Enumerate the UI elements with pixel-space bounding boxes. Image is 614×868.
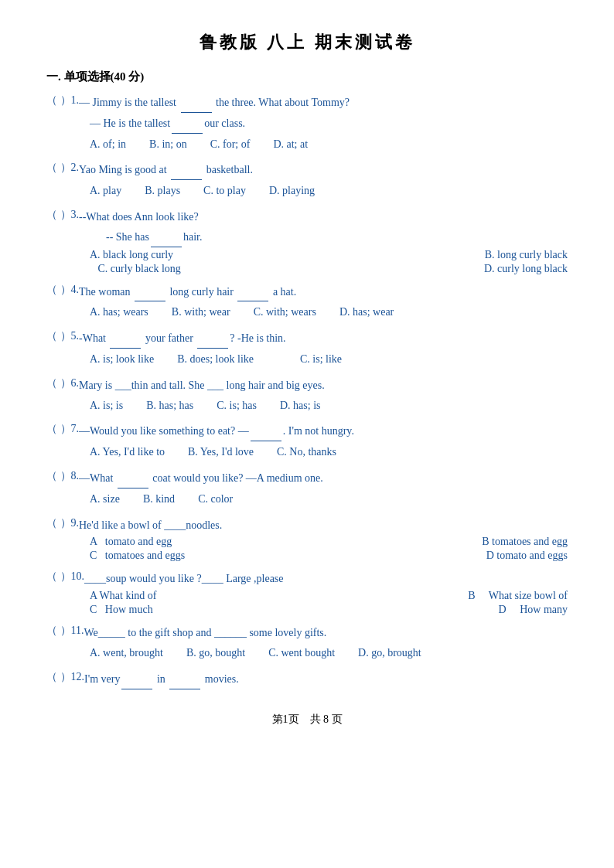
page-number: 第1页 [272,713,299,725]
page-title: 鲁教版 八上 期末测试卷 [46,31,568,54]
question-7: （ ）7. —Would you like something to eat? … [46,422,568,461]
question-9: （ ）9. He'd like a bowl of ____noodles. A… [46,516,568,563]
question-6: （ ）6. Mary is ___thin and tall. She ___ … [46,376,568,415]
option: B. in; on [149,135,187,154]
question-4: （ ）4. The woman long curly hair a hat. A… [46,283,568,322]
question-12: （ ）12. I'm very in movies. [46,670,568,689]
page-total: 共 8 页 [310,713,343,725]
bracket-1: （ [46,94,57,107]
option: D. at; at [273,135,308,154]
question-8: （ ）8. —What coat would you like? —A medi… [46,469,568,509]
option: C. for; of [210,135,251,154]
question-10: （ ）10. ____soup would you like ?____ Lar… [46,570,568,616]
question-11: （ ）11. We_____ to the gift shop and ____… [46,624,568,662]
option: A. of; in [90,135,126,154]
question-3: （ ）3. --What does Ann look like? -- She … [46,208,568,275]
question-2: （ ）2. Yao Ming is good at basketball. A.… [46,161,568,200]
question-1: （ ）1. — Jimmy is the tallest the three. … [46,94,568,153]
section-header: 一. 单项选择(40 分) [46,70,568,84]
question-5: （ ）5. -What your father ? -He is thin. A… [46,329,568,369]
page-footer: 第1页 共 8 页 [46,713,568,727]
